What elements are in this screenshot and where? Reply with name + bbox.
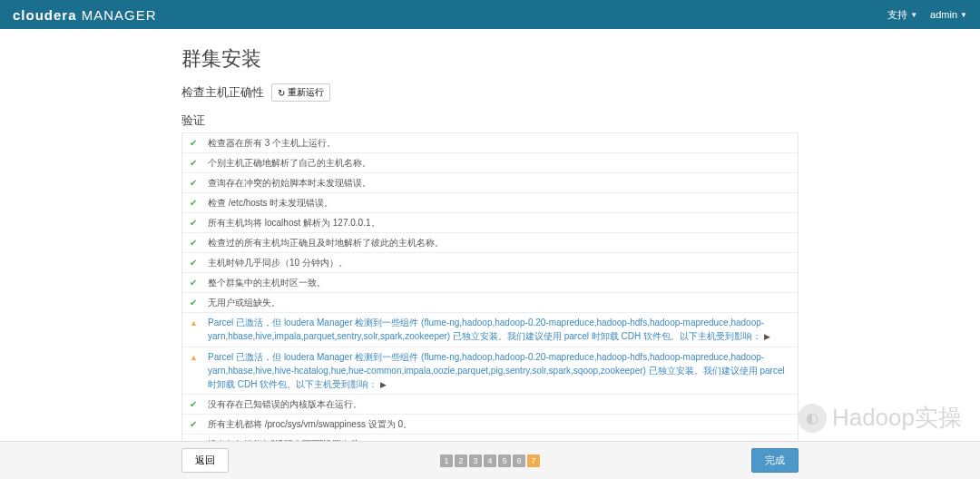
check-item: Parcel 已激活，但 loudera Manager 检测到一些组件 (fl… [182, 347, 798, 396]
check-text: 无用户或组缺失。 [208, 296, 790, 309]
check-text[interactable]: Parcel 已激活，但 loudera Manager 检测到一些组件 (fl… [208, 350, 790, 392]
check-text: 没有存在已知错误的内核版本在运行。 [208, 397, 790, 411]
check-item: 个别主机正确地解析了自己的主机名称。 [182, 153, 798, 173]
check-text: 查询存在冲突的初始脚本时未发现错误。 [208, 176, 790, 190]
check-item: 检查过的所有主机均正确且及时地解析了彼此的主机名称。 [182, 233, 798, 253]
step-7[interactable]: 7 [527, 455, 540, 467]
check-ok-icon [190, 156, 201, 170]
check-ok-icon [190, 397, 201, 411]
step-6[interactable]: 6 [513, 455, 525, 467]
check-item: 检查器在所有 3 个主机上运行。 [182, 133, 798, 153]
rerun-button[interactable]: ↻ 重新运行 [271, 83, 330, 102]
finish-button[interactable]: 完成 [751, 448, 799, 473]
check-text: 所有主机均将 localhost 解析为 127.0.0.1。 [208, 216, 790, 230]
check-text: 整个群集中的主机时区一致。 [208, 276, 790, 289]
check-item: 没有存在已知错误的内核版本在运行。 [182, 395, 798, 415]
nav-item-1[interactable]: admin▼ [930, 8, 967, 22]
step-4[interactable]: 4 [484, 455, 496, 467]
check-text: 所有主机都将 /proc/sys/vm/swappiness 设置为 0。 [208, 417, 790, 431]
validation-heading: 验证 [181, 112, 799, 129]
step-1[interactable]: 1 [440, 455, 453, 467]
subtitle-row: 检查主机正确性 ↻ 重新运行 [181, 83, 799, 102]
top-navbar: cloudera MANAGER 支持▼admin▼ [0, 0, 980, 29]
warning-icon [190, 316, 201, 330]
check-item: 检查 /etc/hosts 时未发现错误。 [182, 193, 798, 213]
check-text: 检查 /etc/hosts 时未发现错误。 [208, 196, 790, 210]
nav-item-0[interactable]: 支持▼ [887, 8, 917, 22]
step-5[interactable]: 5 [498, 455, 511, 467]
refresh-icon: ↻ [278, 88, 285, 98]
check-ok-icon [190, 256, 201, 269]
validation-list: 检查器在所有 3 个主机上运行。个别主机正确地解析了自己的主机名称。查询存在冲突… [181, 132, 799, 479]
chevron-right-icon: ▶ [380, 380, 387, 389]
check-ok-icon [190, 136, 201, 150]
check-text: 个别主机正确地解析了自己的主机名称。 [208, 156, 790, 170]
wizard-footer: 返回 1234567 完成 [0, 441, 980, 479]
check-text: 主机时钟几乎同步（10 分钟内）。 [208, 256, 790, 269]
brand-logo: cloudera MANAGER [13, 7, 157, 23]
check-item: 整个群集中的主机时区一致。 [182, 273, 798, 293]
check-ok-icon [190, 236, 201, 249]
check-ok-icon [190, 216, 201, 230]
check-item: 查询存在冲突的初始脚本时未发现错误。 [182, 173, 798, 193]
warning-icon [190, 350, 201, 365]
check-text: 检查过的所有主机均正确且及时地解析了彼此的主机名称。 [208, 236, 790, 249]
caret-down-icon: ▼ [910, 11, 917, 19]
check-item: 主机时钟几乎同步（10 分钟内）。 [182, 253, 798, 273]
check-ok-icon [190, 417, 201, 431]
back-button[interactable]: 返回 [181, 448, 229, 473]
check-item: Parcel 已激活，但 loudera Manager 检测到一些组件 (fl… [182, 313, 798, 347]
chevron-right-icon: ▶ [764, 332, 770, 341]
check-item: 无用户或组缺失。 [182, 293, 798, 313]
page-title: 群集安装 [181, 45, 799, 73]
check-ok-icon [190, 196, 201, 210]
check-item: 所有主机都将 /proc/sys/vm/swappiness 设置为 0。 [182, 415, 798, 435]
check-ok-icon [190, 296, 201, 309]
check-item: 所有主机均将 localhost 解析为 127.0.0.1。 [182, 213, 798, 233]
check-ok-icon [190, 176, 201, 190]
subtitle: 检查主机正确性 [181, 84, 264, 101]
step-2[interactable]: 2 [455, 455, 467, 467]
caret-down-icon: ▼ [960, 11, 967, 19]
check-text[interactable]: Parcel 已激活，但 loudera Manager 检测到一些组件 (fl… [208, 316, 790, 344]
step-3[interactable]: 3 [469, 455, 482, 467]
check-text: 检查器在所有 3 个主机上运行。 [208, 136, 790, 150]
page-content: 群集安装 检查主机正确性 ↻ 重新运行 验证 检查器在所有 3 个主机上运行。个… [0, 29, 980, 479]
step-indicator: 1234567 [440, 455, 540, 467]
nav-right: 支持▼admin▼ [887, 8, 967, 22]
check-ok-icon [190, 276, 201, 289]
